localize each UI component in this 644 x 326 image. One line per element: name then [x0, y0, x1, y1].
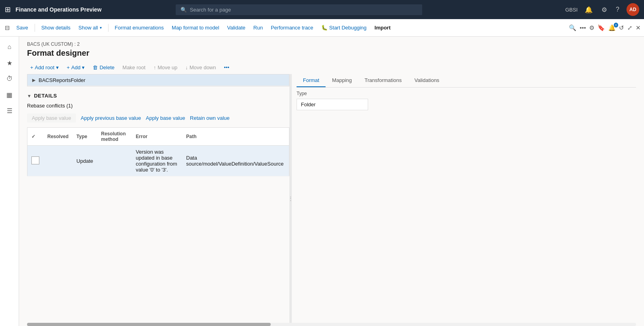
conflicts-section: Rebase conflicts (1) Apply base value Ap…	[27, 103, 289, 176]
page-title: Format designer	[27, 49, 636, 58]
add-dropdown-icon: ▾	[82, 64, 85, 70]
apply-base-value-button[interactable]: Apply base value	[146, 114, 185, 122]
type-section: Type Folder	[297, 91, 636, 110]
type-label: Type	[297, 91, 636, 96]
app-title: Finance and Operations Preview	[16, 6, 101, 13]
import-button[interactable]: Import	[371, 22, 394, 33]
add-root-dropdown-icon: ▾	[56, 64, 59, 70]
sidebar-recent-icon[interactable]: ⏱	[2, 72, 17, 86]
top-navigation: ⊞ Finance and Operations Preview 🔍 Searc…	[0, 0, 644, 19]
page-header: BACS (UK CUSTOM) : 2 Format designer	[19, 37, 644, 61]
details-title: DETAILS	[34, 93, 57, 99]
close-icon[interactable]: ✕	[636, 24, 641, 31]
tab-transformations[interactable]: Transformations	[358, 74, 408, 87]
tree-panel: ▶ BACSReportsFolder ▼ DETAILS Rebase con…	[27, 74, 289, 323]
tab-validations[interactable]: Validations	[408, 74, 446, 87]
action-buttons: Apply base value Apply previous base val…	[27, 113, 289, 123]
add-root-button[interactable]: + Add root ▾	[27, 62, 62, 72]
left-sidebar: ⌂ ★ ⏱ ▦ ☰	[0, 37, 19, 326]
th-resolved: Resolved	[43, 128, 72, 146]
row-path-cell: Data source/model/ValueDefinition/ValueS…	[182, 146, 289, 176]
tree-item-bacsreportsfolder[interactable]: ▶ BACSReportsFolder	[27, 74, 289, 86]
bottom-scrollbar[interactable]	[27, 323, 636, 326]
table-header-row: ✓ Resolved Type Resolution method Error …	[27, 128, 289, 146]
tree-expand-icon: ▶	[31, 77, 37, 83]
th-error: Error	[132, 128, 182, 146]
move-down-arrow-icon: ↓	[185, 64, 188, 70]
tab-mapping[interactable]: Mapping	[326, 74, 358, 87]
table-row[interactable]: Update Version was updated in base confi…	[27, 146, 289, 176]
validate-button[interactable]: Validate	[224, 22, 248, 33]
more-options-icon[interactable]: •••	[580, 24, 586, 31]
delete-label: Delete	[99, 64, 114, 70]
tree-container: ▶ BACSReportsFolder	[27, 74, 289, 86]
retain-own-value-button[interactable]: Retain own value	[190, 114, 230, 122]
details-header: ▼ DETAILS	[27, 93, 289, 99]
save-button[interactable]: Save	[13, 22, 31, 33]
user-avatar[interactable]: AD	[627, 3, 639, 16]
settings2-icon[interactable]: ⚙	[589, 24, 594, 31]
settings-icon[interactable]: ⚙	[600, 4, 609, 15]
row-error-cell: Version was updated in base configuratio…	[132, 146, 182, 176]
show-all-dropdown-icon: ▾	[100, 25, 102, 30]
check-all-icon[interactable]: ✓	[31, 134, 35, 139]
start-debugging-button[interactable]: 🐛 Start Debugging	[318, 22, 370, 33]
secondary-toolbar: ⊟ Save Show details Show all ▾ Format en…	[0, 19, 644, 37]
apply-base-value-ghost-button[interactable]: Apply base value	[27, 113, 76, 123]
move-down-button[interactable]: ↓ Move down	[182, 62, 219, 72]
breadcrumb: BACS (UK CUSTOM) : 2	[27, 41, 636, 47]
details-section: ▼ DETAILS Rebase conflicts (1) Apply bas…	[27, 93, 289, 176]
type-value: Folder	[297, 99, 368, 110]
th-path: Path	[182, 128, 289, 146]
refresh-icon[interactable]: ↺	[619, 24, 624, 31]
notifications-icon[interactable]: 🔔	[583, 4, 594, 15]
move-down-label: Move down	[190, 64, 216, 70]
move-up-label: Move up	[157, 64, 177, 70]
right-panel: Format Mapping Transformations Validatio…	[292, 74, 636, 323]
search-toolbar-icon[interactable]: 🔍	[569, 24, 576, 31]
row-checkbox[interactable]	[31, 156, 39, 164]
make-root-button[interactable]: Make root	[119, 62, 149, 72]
bookmark-icon[interactable]: 🔖	[597, 24, 605, 31]
add-plus-icon: +	[67, 64, 70, 70]
conflicts-title: Rebase conflicts (1)	[27, 103, 289, 109]
search-placeholder: Search for a page	[190, 7, 231, 13]
sidebar-list-icon[interactable]: ☰	[2, 103, 17, 118]
move-up-button[interactable]: ↑ Move up	[150, 62, 180, 72]
nav-actions: GBSI 🔔 ⚙ ? AD	[565, 3, 639, 16]
performance-trace-button[interactable]: Performance trace	[268, 22, 316, 33]
run-button[interactable]: Run	[250, 22, 266, 33]
org-label: GBSI	[565, 7, 578, 13]
tab-format[interactable]: Format	[297, 74, 326, 87]
main-layout: ⌂ ★ ⏱ ▦ ☰ BACS (UK CUSTOM) : 2 Format de…	[0, 37, 644, 326]
start-debugging-label: Start Debugging	[329, 25, 367, 31]
sidebar-favorites-icon[interactable]: ★	[2, 56, 17, 70]
map-format-button[interactable]: Map format to model	[169, 22, 222, 33]
popout-icon[interactable]: ⤢	[627, 24, 632, 31]
format-enumerations-button[interactable]: Format enumerations	[112, 22, 167, 33]
th-type: Type	[72, 128, 97, 146]
details-collapse-icon[interactable]: ▼	[27, 94, 31, 98]
more-actions-button[interactable]: •••	[221, 62, 233, 72]
format-toolbar: + Add root ▾ + Add ▾ 🗑 Delete Make root …	[19, 61, 644, 74]
notification2-icon[interactable]: 🔔0	[608, 24, 616, 31]
sidebar-home-icon[interactable]: ⌂	[2, 40, 17, 54]
filter-icon[interactable]: ⊟	[3, 23, 12, 33]
add-button[interactable]: + Add ▾	[64, 62, 88, 72]
show-details-button[interactable]: Show details	[38, 22, 74, 33]
search-bar[interactable]: 🔍 Search for a page	[176, 4, 422, 15]
content-area: ▶ BACSReportsFolder ▼ DETAILS Rebase con…	[19, 74, 644, 323]
row-check-cell[interactable]	[27, 146, 44, 176]
grid-icon[interactable]: ⊞	[5, 5, 11, 14]
row-type-cell: Update	[72, 146, 97, 176]
delete-button[interactable]: 🗑 Delete	[89, 62, 118, 72]
delete-icon: 🗑	[93, 64, 98, 70]
help-icon[interactable]: ?	[614, 4, 621, 15]
scrollbar-thumb[interactable]	[27, 323, 271, 326]
debug-icon: 🐛	[321, 25, 328, 31]
show-all-button[interactable]: Show all ▾	[75, 22, 105, 33]
add-label: Add	[71, 64, 80, 70]
sidebar-workspaces-icon[interactable]: ▦	[2, 88, 17, 102]
main-content: BACS (UK CUSTOM) : 2 Format designer + A…	[19, 37, 644, 326]
apply-previous-base-value-button[interactable]: Apply previous base value	[81, 114, 141, 122]
